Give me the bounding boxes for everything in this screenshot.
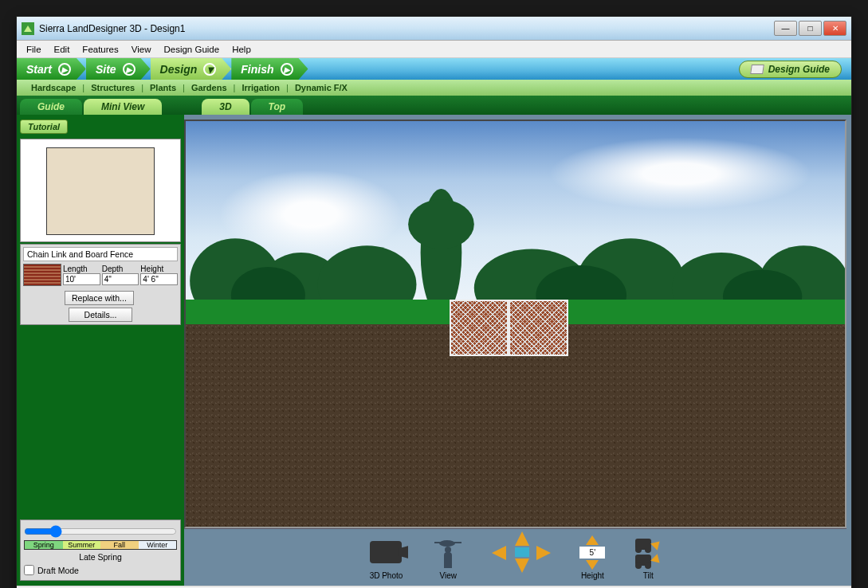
viewport-3d[interactable] — [184, 120, 846, 528]
draft-mode-checkbox[interactable] — [24, 565, 34, 575]
menu-help[interactable]: Help — [226, 42, 257, 57]
arrow-down-icon[interactable] — [515, 559, 529, 573]
season-winter: Winter — [139, 541, 177, 549]
fence-object[interactable] — [450, 300, 568, 356]
category-bar: Hardscape| Structures| Plants| Gardens| … — [17, 80, 851, 96]
phase-label: Finish — [241, 63, 273, 76]
menu-view[interactable]: View — [125, 42, 158, 57]
book-icon — [750, 65, 764, 74]
length-input[interactable] — [63, 273, 100, 285]
titlebar: Sierra LandDesigner 3D - Design1 — □ ✕ — [17, 17, 851, 41]
arrow-up-icon[interactable] — [515, 531, 529, 546]
right-tab-3d[interactable]: 3D — [202, 99, 249, 115]
view-tabs-bar: Guide Mini View 3D Top — [17, 96, 851, 115]
category-gardens[interactable]: Gardens — [185, 83, 234, 92]
height-label: Height — [581, 571, 604, 580]
details-button[interactable]: Details... — [69, 308, 132, 322]
menu-file[interactable]: File — [20, 42, 48, 57]
viewport-container: 3D Photo View — [184, 115, 851, 586]
phase-tab-site[interactable]: Site▸ — [86, 58, 151, 80]
category-dynamicfx[interactable]: Dynamic F/X — [289, 83, 354, 92]
season-panel: Spring Summer Fall Winter Late Spring Dr… — [20, 519, 181, 581]
season-spring: Spring — [25, 541, 63, 549]
3d-photo-label: 3D Photo — [370, 571, 403, 580]
binoculars-icon — [635, 539, 651, 550]
window-title: Sierra LandDesigner 3D - Design1 — [39, 23, 774, 34]
object-info-panel: Chain Link and Board Fence Length Depth — [20, 244, 181, 325]
phase-tab-start[interactable]: Start▸ — [17, 58, 86, 80]
3d-photo-button[interactable]: 3D Photo — [370, 535, 403, 580]
svg-point-5 — [408, 200, 474, 249]
miniview-panel[interactable] — [20, 139, 181, 242]
binoculars-icon — [635, 555, 651, 566]
category-irrigation[interactable]: Irrigation — [235, 83, 286, 92]
arrow-left-icon[interactable] — [492, 546, 506, 560]
navigation-toolbar: 3D Photo View — [184, 528, 846, 586]
current-season-label: Late Spring — [24, 552, 177, 562]
nav-center — [515, 547, 529, 557]
material-swatch[interactable] — [23, 264, 61, 286]
app-icon — [22, 22, 34, 35]
depth-label: Depth — [102, 265, 139, 273]
menu-edit[interactable]: Edit — [48, 42, 77, 57]
phase-tab-design[interactable]: Design▾ — [151, 58, 232, 80]
replace-with-button[interactable]: Replace with... — [65, 291, 134, 305]
walk-navigator[interactable] — [493, 535, 549, 580]
draft-mode-label: Draft Mode — [37, 566, 79, 575]
tilt-up-button[interactable] — [635, 539, 661, 550]
window-controls: — □ ✕ — [774, 21, 846, 36]
season-fall: Fall — [100, 541, 139, 549]
category-structures[interactable]: Structures — [84, 83, 141, 92]
left-tab-miniview[interactable]: Mini View — [84, 99, 162, 115]
season-summer: Summer — [63, 541, 101, 549]
camera-height-input[interactable] — [579, 547, 605, 559]
design-guide-label: Design Guide — [768, 64, 830, 75]
person-icon — [444, 552, 452, 568]
tilt-arrow-icon — [651, 554, 664, 566]
tilt-label: Tilt — [643, 571, 654, 580]
length-label: Length — [63, 265, 100, 273]
tutorial-button[interactable]: Tutorial — [20, 120, 68, 134]
fence-panel — [509, 300, 568, 356]
left-tab-guide[interactable]: Guide — [20, 99, 82, 115]
maximize-button[interactable]: □ — [799, 21, 822, 36]
height-label: Height — [140, 265, 178, 273]
category-plants[interactable]: Plants — [143, 83, 183, 92]
height-input[interactable] — [140, 273, 178, 285]
play-icon: ▸ — [123, 63, 136, 76]
season-bar: Spring Summer Fall Winter — [24, 540, 177, 550]
height-up-icon[interactable] — [586, 535, 599, 545]
phase-tab-finish[interactable]: Finish▸ — [231, 58, 308, 80]
sidebar: Tutorial Chain Link and Board Fence Leng… — [17, 115, 184, 586]
depth-input[interactable] — [102, 273, 139, 285]
category-hardscape[interactable]: Hardscape — [25, 83, 82, 92]
lot-outline — [46, 147, 155, 235]
dropdown-icon: ▾ — [203, 63, 216, 76]
view-label: View — [440, 571, 458, 580]
menubar: File Edit Features View Design Guide Hel… — [17, 41, 851, 58]
arrow-right-icon[interactable] — [536, 546, 551, 560]
tilt-control: Tilt — [635, 535, 661, 580]
phase-bar: Start▸ Site▸ Design▾ Finish▸ Design Guid… — [17, 58, 851, 80]
height-control: Height — [579, 535, 605, 580]
design-guide-button[interactable]: Design Guide — [739, 61, 842, 78]
menu-design-guide[interactable]: Design Guide — [157, 42, 226, 57]
height-down-icon[interactable] — [586, 560, 599, 570]
tilt-arrow-icon — [651, 538, 664, 551]
play-icon: ▸ — [281, 63, 293, 76]
view-mode-button[interactable]: View — [433, 535, 463, 580]
phase-label: Site — [96, 63, 116, 76]
close-button[interactable]: ✕ — [823, 21, 846, 36]
selected-object-name: Chain Link and Board Fence — [23, 247, 178, 261]
play-icon: ▸ — [58, 63, 71, 76]
minimize-button[interactable]: — — [774, 21, 797, 36]
menu-features[interactable]: Features — [76, 42, 124, 57]
tilt-down-button[interactable] — [635, 555, 661, 566]
phase-label: Start — [26, 63, 52, 76]
season-slider[interactable] — [24, 525, 177, 538]
right-tab-top[interactable]: Top — [251, 99, 304, 115]
application-window: Sierra LandDesigner 3D - Design1 — □ ✕ F… — [16, 16, 852, 588]
fence-panel — [450, 300, 509, 356]
main-area: Tutorial Chain Link and Board Fence Leng… — [17, 115, 851, 586]
camera-icon — [370, 541, 402, 563]
